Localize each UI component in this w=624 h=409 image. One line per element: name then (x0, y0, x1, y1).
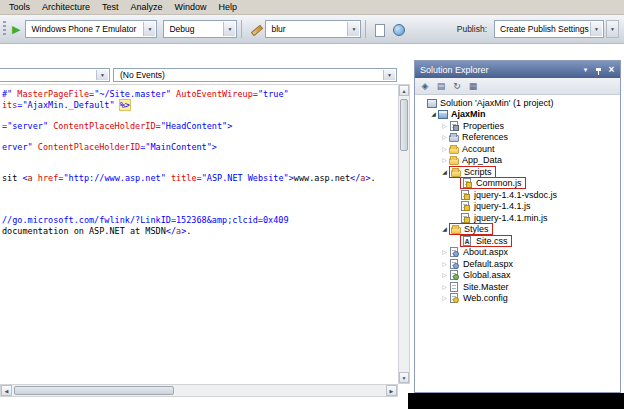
code-line: #" MasterPageFile="~/Site.master" AutoEv… (2, 89, 398, 100)
document-tool-icon[interactable] (372, 22, 387, 37)
toolbar-overflow-button[interactable]: ▼ (606, 20, 619, 38)
tree-item-label: Properties (460, 121, 504, 131)
code-line: its="AjaxMin._Default" %> (2, 100, 398, 111)
scroll-down-icon[interactable]: ▼ (399, 372, 409, 383)
scroll-up-icon[interactable]: ▲ (399, 85, 409, 96)
tree-item-references[interactable]: ▷References (415, 132, 620, 144)
vertical-scroll-thumb[interactable] (400, 99, 408, 151)
tree-item-label: Default.aspx (460, 259, 513, 269)
expanded-arrow-icon[interactable]: ◢ (429, 111, 438, 117)
find-combobox-value: blur (271, 24, 285, 34)
toolbar: ▶ Windows Phone 7 Emulator ▼ Debug ▼ blu… (0, 15, 624, 44)
tree-item-common-js[interactable]: Common.js (415, 178, 620, 190)
collapsed-arrow-icon[interactable]: ▷ (440, 157, 449, 163)
editor-vertical-scrollbar[interactable]: ▲ ▼ (398, 84, 410, 384)
collapsed-arrow-icon[interactable]: ▷ (440, 261, 449, 267)
collapsed-arrow-icon[interactable]: ▷ (440, 249, 449, 255)
tree-item-label: Web.config (460, 293, 508, 303)
menu-item-test[interactable]: Test (96, 0, 125, 15)
object-dropdown[interactable]: ▼ (0, 68, 110, 82)
tree-item-ajaxmin[interactable]: ◢AjaxMin (415, 109, 620, 121)
publish-settings-select[interactable]: Create Publish Settings ▼ (494, 20, 604, 38)
code-line: sit <a href="http://www.asp.net" title="… (2, 173, 398, 184)
code-token: "MainContent" (145, 142, 212, 152)
code-editor[interactable]: #" MasterPageFile="~/Site.master" AutoEv… (0, 84, 398, 384)
tree-item-label: jquery-1.4.1.min.js (471, 213, 548, 223)
start-debugging-icon[interactable]: ▶ (12, 24, 20, 35)
code-token: ContentPlaceHolderID (38, 142, 140, 152)
edit-tool-icon[interactable] (248, 22, 263, 37)
view-class-diagram-icon[interactable]: ▦ (467, 80, 479, 92)
tree-node: AjaxMin (438, 109, 486, 119)
menu-item-help[interactable]: Help (213, 0, 244, 15)
code-line: //go.microsoft.com/fwlink/?LinkID=152368… (2, 215, 398, 226)
show-all-files-icon[interactable]: ▤ (435, 80, 447, 92)
find-combobox[interactable]: blur ▼ (265, 20, 361, 38)
tree-item-jquery-1-4-1-vsdoc-js[interactable]: jquery-1.4.1-vsdoc.js (415, 189, 620, 201)
scroll-right-icon[interactable]: ▶ (386, 385, 397, 396)
properties-tool-icon[interactable]: ◈ (419, 80, 431, 92)
tree-item-label: Account (459, 144, 495, 154)
tree-item-site-css[interactable]: ASite.css (415, 235, 620, 247)
code-token: MasterPageFile (17, 89, 89, 99)
horizontal-scroll-thumb[interactable] (14, 386, 174, 395)
menu-item-tools[interactable]: Tools (3, 0, 36, 15)
tree-item-label: Global.asax (460, 270, 511, 280)
tree-node: jquery-1.4.1.js (460, 201, 531, 211)
tree-item-solution-ajaxmin-1-project[interactable]: Solution 'AjaxMin' (1 project) (415, 97, 620, 109)
code-line (2, 163, 398, 174)
expanded-arrow-icon[interactable]: ◢ (440, 226, 449, 232)
collapsed-arrow-icon[interactable]: ▷ (440, 272, 449, 278)
menu-item-architecture[interactable]: Architecture (36, 0, 96, 15)
deployment-target-select[interactable]: Windows Phone 7 Emulator ▼ (25, 20, 157, 38)
css-icon: A (463, 236, 471, 246)
tree-item-about-aspx[interactable]: ▷About.aspx (415, 247, 620, 259)
tree-item-properties[interactable]: ▷Properties (415, 120, 620, 132)
expanded-arrow-icon[interactable]: ◢ (440, 169, 449, 175)
refresh-icon[interactable]: ↻ (451, 80, 463, 92)
tree-item-account[interactable]: ▷Account (415, 143, 620, 155)
project-icon (438, 110, 448, 119)
collapsed-arrow-icon[interactable]: ▷ (440, 284, 449, 290)
browse-tool-icon[interactable] (391, 22, 406, 37)
code-token: %> (120, 100, 130, 110)
tree-item-site-master[interactable]: ▷Site.Master (415, 281, 620, 293)
toolbar-grip[interactable] (3, 21, 6, 37)
solution-icon (427, 99, 437, 108)
tree-item-scripts[interactable]: ◢Scripts (415, 166, 620, 178)
collapsed-arrow-icon[interactable]: ▷ (440, 123, 449, 129)
auto-hide-pin-icon[interactable] (592, 63, 605, 76)
tree-item-app-data[interactable]: ▷App_Data (415, 155, 620, 167)
tree-item-web-config[interactable]: ▷Web.config (415, 293, 620, 305)
code-token: //go.microsoft.com/fwlink/?LinkID=152368… (2, 215, 289, 225)
close-icon[interactable]: × (605, 63, 618, 76)
editor-navigation-bar: ▼ (No Events) ▼ (0, 68, 410, 82)
tree-item-jquery-1-4-1-js[interactable]: jquery-1.4.1.js (415, 201, 620, 213)
tree-node: Global.asax (449, 270, 511, 280)
collapsed-arrow-icon[interactable]: ▷ (440, 134, 449, 140)
code-token: AutoEventWireup (176, 89, 253, 99)
toolbar-separator (241, 20, 242, 38)
menu-item-analyze[interactable]: Analyze (125, 0, 169, 15)
tree-item-styles[interactable]: ◢Styles (415, 224, 620, 236)
editor-horizontal-scrollbar[interactable]: ◀ ▶ (0, 384, 398, 397)
menu-item-window[interactable]: Window (169, 0, 213, 15)
red-annotation-box: Scripts (449, 166, 496, 178)
collapsed-arrow-icon[interactable]: ▷ (440, 146, 449, 152)
solution-explorer-titlebar[interactable]: Solution Explorer ▾ × (415, 61, 620, 78)
tree-item-jquery-1-4-1-min-js[interactable]: jquery-1.4.1.min.js (415, 212, 620, 224)
window-position-icon[interactable]: ▾ (579, 63, 592, 76)
tree-item-default-aspx[interactable]: ▷Default.aspx (415, 258, 620, 270)
tree-node: Web.config (449, 293, 508, 303)
scroll-left-icon[interactable]: ◀ (1, 385, 12, 396)
code-token: "HeadContent" (161, 121, 228, 131)
red-annotation-box: ASite.css (460, 235, 512, 247)
code-token: > (227, 121, 232, 131)
events-dropdown[interactable]: (No Events) ▼ (113, 68, 397, 82)
aspx-icon (450, 247, 458, 257)
solution-configuration-select[interactable]: Debug ▼ (163, 20, 237, 38)
tree-item-global-asax[interactable]: ▷Global.asax (415, 270, 620, 282)
collapsed-arrow-icon[interactable]: ▷ (440, 295, 449, 301)
tree-item-label: Site.css (473, 236, 508, 246)
chevron-down-icon: ▼ (590, 22, 602, 36)
